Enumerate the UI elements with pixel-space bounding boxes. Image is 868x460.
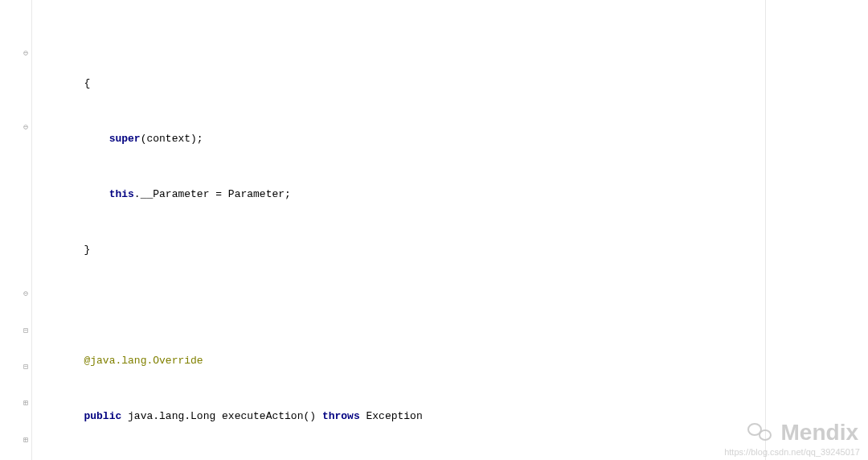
fold-icon[interactable]: ⊞	[22, 400, 30, 408]
fold-icon[interactable]: ⊖	[22, 50, 30, 58]
code-editor: ⊖ ⊖ ⊖ ⊟ ⊟ ⊞ ⊞ { super(context); this.__P…	[0, 0, 868, 460]
fold-icon[interactable]: ⊖	[22, 290, 30, 298]
watermark-url: https://blog.csdn.net/qq_39245017	[724, 447, 860, 457]
code-line: super(context);	[34, 133, 203, 145]
code-line: {	[34, 77, 90, 89]
code-line: this.__Parameter = Parameter;	[34, 188, 291, 200]
code-line: @java.lang.Override	[34, 355, 203, 367]
fold-icon[interactable]: ⊖	[22, 124, 30, 132]
wechat-icon	[747, 421, 776, 444]
watermark: Mendix	[747, 420, 858, 446]
code-area[interactable]: { super(context); this.__Parameter = Par…	[32, 0, 868, 460]
fold-icon[interactable]: ⊟	[22, 363, 30, 372]
watermark-text: Mendix	[781, 420, 858, 446]
fold-icon[interactable]: ⊟	[22, 327, 30, 335]
fold-icon[interactable]: ⊞	[22, 437, 30, 445]
margin-guide	[765, 0, 766, 460]
code-line: public java.lang.Long executeAction() th…	[34, 410, 423, 422]
gutter: ⊖ ⊖ ⊖ ⊟ ⊟ ⊞ ⊞	[0, 0, 32, 460]
code-line: }	[34, 244, 90, 256]
